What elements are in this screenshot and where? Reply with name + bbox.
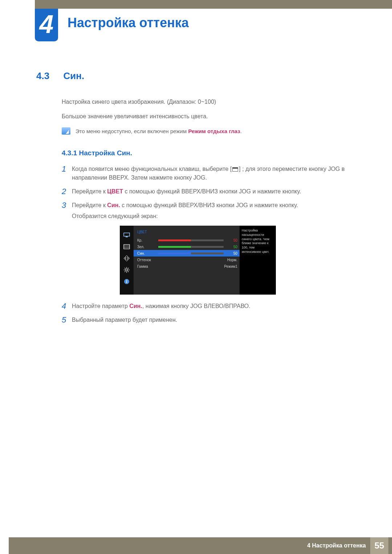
step4-text-b: , нажимая кнопку JOG ВЛЕВО/ВПРАВО. <box>142 303 250 309</box>
osd-label-gamma: Гамма <box>137 264 148 269</box>
step-2: 2 Перейдите к ЦВЕТ с помощью функций ВВЕ… <box>62 187 356 196</box>
step3-text-b: с помощью функций ВВЕРХ/ВНИЗ кнопки JOG … <box>120 202 298 208</box>
osd-label-tone: Оттенок <box>137 257 151 263</box>
step2-text-b: с помощью функций ВВЕРХ/ВНИЗ кнопки JOG … <box>123 188 301 194</box>
osd-main-panel: ЦВЕТ Кр. 50 Зел. 50 Син. 50 Оттено <box>134 226 240 295</box>
footer-page-number: 55 <box>370 537 388 554</box>
section-heading: 4.3 Син. <box>36 69 356 83</box>
page-footer: 4 Настройка оттенка 55 <box>0 537 392 554</box>
svg-line-13 <box>128 268 129 268</box>
step4-text-a: Настройте параметр <box>72 303 129 309</box>
step-number: 1 <box>62 165 72 182</box>
info-icon <box>123 279 130 284</box>
resize-icon <box>123 255 130 261</box>
svg-line-11 <box>128 271 129 272</box>
keyword-blue: Син. <box>129 303 142 309</box>
osd-row-gamma: Гамма Режим1 <box>134 263 240 270</box>
svg-point-5 <box>126 269 128 271</box>
section-intro: Настройка синего цвета изображения. (Диа… <box>62 98 356 121</box>
osd-row-green: Зел. 50 <box>134 243 240 250</box>
osd-label-green: Зел. <box>137 244 158 250</box>
svg-rect-16 <box>126 281 127 283</box>
steps-list-continued: 4 Настройте параметр Син., нажимая кнопк… <box>62 302 356 324</box>
menu-icon <box>232 167 238 172</box>
step-4: 4 Настройте параметр Син., нажимая кнопк… <box>62 302 356 311</box>
osd-label-red: Кр. <box>137 238 158 243</box>
step3-text-c: Отобразится следующий экран: <box>72 212 356 221</box>
osd-value-gamma: Режим1 <box>224 264 237 269</box>
osd-row-tone: Оттенок Норм. <box>134 257 240 263</box>
osd-value-tone: Норм. <box>227 257 237 263</box>
step-number: 2 <box>62 187 72 196</box>
chapter-title: Настройка оттенка <box>68 13 189 33</box>
picture-icon <box>123 244 130 250</box>
osd-sidebar <box>120 226 134 295</box>
osd-title: ЦВЕТ <box>134 229 240 237</box>
osd-row-red: Кр. 50 <box>134 237 240 243</box>
note-text: Это меню недоступно, если включен режим … <box>75 127 242 136</box>
header-stripe <box>0 0 392 9</box>
step-3: 3 Перейдите к Син. с помощью функций ВВЕ… <box>62 201 356 221</box>
keyword-blue: Син. <box>107 202 120 208</box>
monitor-icon <box>123 232 130 238</box>
section-title: Син. <box>63 69 84 83</box>
osd-screenshot: ЦВЕТ Кр. 50 Зел. 50 Син. 50 Оттено <box>120 226 276 295</box>
note: Это меню недоступно, если включен режим … <box>62 127 356 136</box>
svg-line-12 <box>124 271 125 272</box>
keyword-color: ЦВЕТ <box>107 188 123 194</box>
svg-line-10 <box>124 268 125 268</box>
intro-line-2: Большое значение увеличивает интенсивнос… <box>62 112 356 121</box>
chapter-number-tab: 4 <box>35 9 58 41</box>
step-number: 5 <box>62 316 72 324</box>
svg-rect-1 <box>126 237 128 237</box>
note-suffix: . <box>240 128 242 134</box>
steps-list: 1 Когда появится меню функциональных кла… <box>62 165 356 221</box>
svg-rect-0 <box>124 233 130 236</box>
footer-chapter-title: 4 Настройка оттенка <box>307 541 366 550</box>
step1-text-a: Когда появится меню функциональных клави… <box>72 166 232 172</box>
step-1: 1 Когда появится меню функциональных кла… <box>62 165 356 182</box>
section-number: 4.3 <box>36 69 62 83</box>
step-number: 3 <box>62 201 72 221</box>
osd-value-blue: 50 <box>226 251 237 256</box>
osd-help-panel: Настройка насыщенности синего цвета. Чем… <box>240 226 276 295</box>
eye-saver-mode: Режим отдыха глаз <box>188 128 240 134</box>
step3-text-a: Перейдите к <box>72 202 107 208</box>
step-number: 4 <box>62 302 72 311</box>
subsection-heading: 4.3.1 Настройка Син. <box>62 148 356 159</box>
svg-rect-2 <box>124 245 130 249</box>
step2-text-a: Перейдите к <box>72 188 107 194</box>
note-icon <box>62 127 70 135</box>
osd-row-blue-selected: Син. 50 <box>134 250 240 257</box>
step-5: 5 Выбранный параметр будет применен. <box>62 316 356 324</box>
svg-point-15 <box>126 280 127 280</box>
intro-line-1: Настройка синего цвета изображения. (Диа… <box>62 98 356 106</box>
note-prefix: Это меню недоступно, если включен режим <box>75 128 188 134</box>
osd-label-blue: Син. <box>137 251 158 256</box>
osd-value-green: 50 <box>226 244 237 250</box>
step5-text: Выбранный параметр будет применен. <box>72 316 356 324</box>
gear-icon <box>123 267 130 273</box>
osd-value-red: 50 <box>226 238 237 243</box>
